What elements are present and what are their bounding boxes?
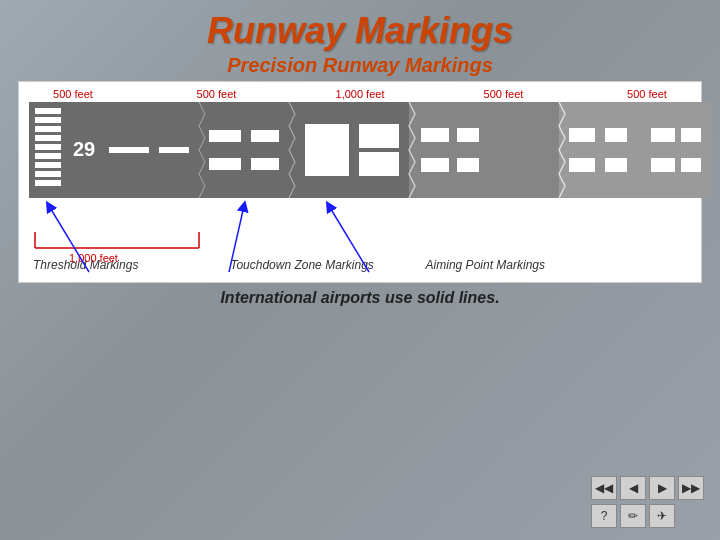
aiming-label: Aiming Point Markings bbox=[426, 258, 545, 272]
nav-buttons: ◀◀ ◀ ▶ ▶▶ ? ✏ ✈ bbox=[591, 476, 704, 528]
nav-next-button[interactable]: ▶ bbox=[649, 476, 675, 500]
touchdown-label: Touchdown Zone Markings bbox=[230, 258, 374, 272]
svg-rect-11 bbox=[35, 180, 61, 186]
svg-rect-31 bbox=[605, 158, 627, 172]
diagram-container: 500 feet 500 feet 1,000 feet 500 feet 50… bbox=[18, 81, 702, 283]
nav-row-bottom: ? ✏ ✈ bbox=[591, 504, 704, 528]
feet-label-4: 500 feet bbox=[464, 88, 544, 100]
svg-rect-24 bbox=[421, 128, 449, 142]
svg-rect-20 bbox=[305, 124, 349, 148]
nav-row-top: ◀◀ ◀ ▶ ▶▶ bbox=[591, 476, 704, 500]
threshold-label: Threshold Markings bbox=[33, 258, 138, 272]
svg-rect-16 bbox=[209, 158, 241, 170]
diagram-labels: Threshold Markings Touchdown Zone Markin… bbox=[29, 258, 549, 272]
svg-rect-27 bbox=[457, 158, 479, 172]
svg-rect-5 bbox=[35, 126, 61, 132]
svg-rect-4 bbox=[35, 117, 61, 123]
svg-rect-1 bbox=[409, 102, 559, 198]
svg-rect-10 bbox=[35, 171, 61, 177]
nav-help-button[interactable]: ? bbox=[591, 504, 617, 528]
svg-rect-30 bbox=[605, 128, 627, 142]
svg-rect-6 bbox=[35, 135, 61, 141]
svg-rect-2 bbox=[559, 102, 711, 198]
svg-rect-3 bbox=[35, 108, 61, 114]
svg-text:29: 29 bbox=[73, 138, 95, 160]
svg-rect-9 bbox=[35, 162, 61, 168]
svg-rect-13 bbox=[109, 147, 149, 153]
feet-label-2: 500 feet bbox=[177, 88, 257, 100]
feet-label-5: 500 feet bbox=[607, 88, 687, 100]
bottom-text: International airports use solid lines. bbox=[0, 289, 720, 307]
svg-rect-35 bbox=[681, 158, 701, 172]
svg-rect-26 bbox=[457, 128, 479, 142]
svg-rect-32 bbox=[651, 128, 675, 142]
feet-label-1: 500 feet bbox=[33, 88, 113, 100]
svg-rect-15 bbox=[209, 130, 241, 142]
svg-rect-18 bbox=[251, 158, 279, 170]
subtitle: Precision Runway Markings bbox=[0, 54, 720, 77]
feet-label-3: 1,000 feet bbox=[320, 88, 400, 100]
runway-diagram: 29 bbox=[29, 102, 711, 198]
svg-rect-33 bbox=[651, 158, 675, 172]
nav-last-button[interactable]: ▶▶ bbox=[678, 476, 704, 500]
svg-rect-34 bbox=[681, 128, 701, 142]
svg-rect-25 bbox=[421, 158, 449, 172]
nav-prev-button[interactable]: ◀ bbox=[620, 476, 646, 500]
nav-pencil-button[interactable]: ✏ bbox=[620, 504, 646, 528]
page-title: Runway Markings bbox=[0, 0, 720, 52]
svg-rect-7 bbox=[35, 144, 61, 150]
svg-rect-22 bbox=[359, 124, 399, 148]
svg-rect-17 bbox=[251, 130, 279, 142]
feet-labels-row: 500 feet 500 feet 1,000 feet 500 feet 50… bbox=[29, 88, 691, 100]
diagram-wrapper: 29 bbox=[29, 102, 691, 202]
svg-rect-23 bbox=[359, 152, 399, 176]
svg-rect-28 bbox=[569, 128, 595, 142]
svg-rect-14 bbox=[159, 147, 189, 153]
svg-rect-8 bbox=[35, 153, 61, 159]
nav-plane-button[interactable]: ✈ bbox=[649, 504, 675, 528]
nav-first-button[interactable]: ◀◀ bbox=[591, 476, 617, 500]
svg-rect-21 bbox=[305, 152, 349, 176]
svg-rect-29 bbox=[569, 158, 595, 172]
